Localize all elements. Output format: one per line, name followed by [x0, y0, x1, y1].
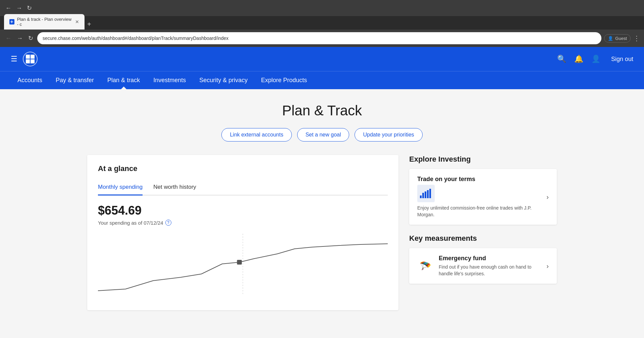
hamburger-menu-button[interactable]: ☰ [11, 55, 17, 63]
tab-monthly-spending[interactable]: Monthly spending [98, 180, 143, 195]
address-input[interactable] [37, 32, 601, 44]
account-button[interactable]: 👤 [591, 55, 600, 63]
trade-on-your-terms-card[interactable]: Trade on your terms Enjoy u [409, 169, 557, 225]
tab-close-button[interactable]: ✕ [75, 19, 79, 24]
tab-title: Plan & track - Plan overview - c [17, 17, 72, 27]
forward-nav-button[interactable]: → [15, 34, 24, 43]
browser-chrome: ← → ↻ [0, 0, 644, 16]
svg-rect-8 [422, 193, 424, 198]
card-content-trade: Trade on your terms Enjoy u [417, 176, 541, 218]
svg-rect-6 [237, 260, 242, 265]
spending-note-text: Your spending as of 07/12/24 [98, 220, 163, 226]
emergency-fund-card[interactable]: 🪂 Emergency fund Find out if you have en… [409, 248, 557, 284]
tab-net-worth-history[interactable]: Net worth history [153, 180, 196, 195]
nav-item-pay-transfer[interactable]: Pay & transfer [49, 71, 101, 89]
trade-card-desc: Enjoy unlimited commission-free online t… [417, 205, 541, 218]
tab-favicon [9, 19, 14, 24]
nav-icons: 🔍 🔔 👤 Sign out [557, 55, 633, 63]
page-content: Plan & Track Link external accounts Set … [0, 89, 644, 324]
sign-out-button[interactable]: Sign out [611, 56, 633, 63]
chase-logo [23, 52, 38, 66]
nav-item-security-privacy[interactable]: Security & privacy [193, 71, 254, 89]
nav-item-accounts[interactable]: Accounts [11, 71, 49, 89]
action-buttons: Link external accounts Set a new goal Up… [16, 128, 628, 142]
svg-rect-2 [31, 55, 35, 59]
reload-button[interactable]: ↻ [25, 3, 33, 13]
at-a-glance-panel: At a glance Monthly spending Net worth h… [87, 155, 398, 310]
search-button[interactable]: 🔍 [557, 55, 566, 63]
help-icon[interactable]: ? [165, 220, 171, 226]
link-external-accounts-button[interactable]: Link external accounts [221, 128, 291, 142]
new-tab-button[interactable]: + [85, 19, 94, 30]
svg-rect-1 [26, 55, 30, 59]
app: ☰ 🔍 🔔 👤 Sign out Accounts Pay & transfer… [0, 47, 644, 324]
trade-chart-icon [417, 185, 435, 202]
spending-chart [98, 234, 388, 301]
active-tab[interactable]: Plan & track - Plan overview - c ✕ [4, 14, 85, 30]
page-title: Plan & Track [16, 103, 628, 119]
browser-controls: ← → ↻ [4, 3, 33, 13]
tabs-row: Monthly spending Net worth history [98, 180, 388, 195]
svg-rect-10 [427, 190, 429, 198]
nav-item-explore-products[interactable]: Explore Products [254, 71, 314, 89]
more-options-button[interactable]: ⋮ [633, 34, 640, 42]
main-layout: At a glance Monthly spending Net worth h… [87, 155, 557, 310]
update-priorities-button[interactable]: Update your priorities [355, 128, 422, 142]
trade-card-arrow-icon: › [546, 193, 549, 201]
emergency-fund-arrow-icon: › [546, 262, 549, 270]
profile-label: Guest [615, 36, 627, 41]
profile-button[interactable]: 👤 Guest [604, 34, 631, 43]
tab-bar: Plan & track - Plan overview - c ✕ + [0, 16, 644, 30]
nav-item-investments[interactable]: Investments [147, 71, 193, 89]
spending-note: Your spending as of 07/12/24 ? [98, 220, 388, 226]
nav-item-plan-track[interactable]: Plan & track [101, 71, 147, 89]
explore-investing-title: Explore Investing [409, 155, 557, 164]
emergency-fund-desc: Find out if you have enough cash on hand… [439, 264, 541, 277]
at-a-glance-title: At a glance [98, 164, 388, 173]
trade-card-title: Trade on your terms [417, 176, 541, 183]
spending-amount: $654.69 [98, 204, 388, 218]
forward-button[interactable]: → [15, 3, 23, 13]
key-measurements-title: Key measurements [409, 234, 557, 243]
svg-rect-7 [420, 195, 422, 198]
reload-nav-button[interactable]: ↻ [27, 33, 35, 43]
right-panel: Explore Investing Trade on your terms [409, 155, 557, 310]
back-button[interactable]: ← [4, 3, 13, 13]
profile-icon: 👤 [608, 36, 613, 41]
set-new-goal-button[interactable]: Set a new goal [297, 128, 350, 142]
address-bar-row: ← → ↻ 👤 Guest ⋮ [0, 30, 644, 47]
key-measurements-section: Key measurements 🪂 Emergency fund Find o… [409, 234, 557, 284]
notifications-button[interactable]: 🔔 [574, 55, 583, 63]
emergency-fund-icon: 🪂 [417, 258, 433, 274]
card-content-emergency: Emergency fund Find out if you have enou… [439, 255, 541, 277]
emergency-fund-title: Emergency fund [439, 255, 541, 262]
svg-rect-4 [31, 59, 35, 63]
top-nav: ☰ 🔍 🔔 👤 Sign out [0, 47, 644, 71]
back-nav-button[interactable]: ← [4, 34, 13, 43]
main-nav: Accounts Pay & transfer Plan & track Inv… [0, 71, 644, 89]
svg-rect-3 [26, 59, 30, 63]
svg-rect-9 [425, 191, 426, 198]
svg-rect-11 [429, 189, 431, 198]
chart-svg [98, 234, 388, 301]
explore-investing-section: Explore Investing Trade on your terms [409, 155, 557, 225]
